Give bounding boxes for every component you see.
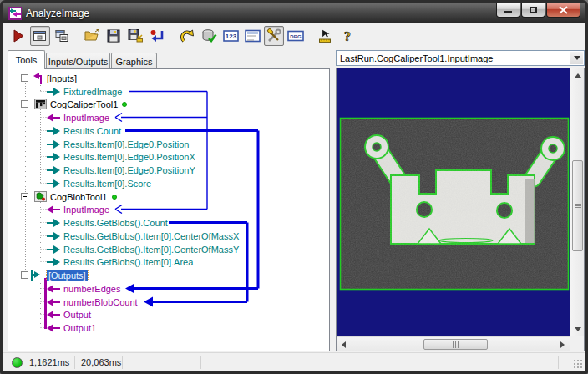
application-window: AnalyzeImage	[0, 0, 588, 374]
status-bar: 1,1621ms 20,063ms	[3, 352, 585, 371]
undo-icon	[180, 28, 195, 43]
tree-item-centerofmassy[interactable]: Results.GetBlobs().Item[0].CenterOfMassY	[8, 243, 327, 255]
chevron-down-icon[interactable]	[570, 52, 583, 64]
tab-graphics[interactable]: Graphics	[111, 53, 157, 69]
tree-item-edge0-positiony[interactable]: Results.Item[0].Edge0.PositionY	[8, 164, 327, 176]
horizontal-scroll-thumb[interactable]	[423, 339, 488, 350]
tools-icon	[266, 28, 281, 43]
undo-button[interactable]	[177, 26, 197, 46]
pointer-measure-icon	[318, 28, 334, 43]
pointer-measure-button[interactable]	[316, 26, 336, 46]
list-view-icon	[245, 28, 261, 43]
open-button[interactable]	[82, 26, 102, 46]
tree-item-output[interactable]: Output	[8, 308, 327, 321]
arrow-right-icon	[560, 341, 568, 348]
tab-inputs-outputs[interactable]: Inputs/Outputs	[46, 53, 110, 69]
numeric-results-button[interactable]: 123	[220, 26, 241, 46]
help-icon: ?	[341, 28, 354, 43]
inputs-port-icon	[30, 73, 43, 84]
list-view-button[interactable]	[242, 26, 262, 46]
vertical-scrollbar[interactable]	[570, 68, 584, 336]
database-check-button[interactable]	[199, 26, 219, 46]
tree-item-inputs-group[interactable]: [Inputs]	[8, 72, 327, 84]
input-port-icon	[47, 114, 60, 122]
tree-item-getblobs-count[interactable]: Results.GetBlobs().Count	[8, 216, 327, 229]
output-port-icon	[47, 166, 60, 174]
scroll-up-button[interactable]	[570, 68, 585, 83]
window-title: AnalyzeImage	[26, 8, 89, 19]
scroll-down-button[interactable]	[570, 322, 585, 336]
numeric-results-icon: 123	[223, 28, 239, 43]
scroll-left-button[interactable]	[337, 337, 351, 351]
tree-item-centerofmassx[interactable]: Results.GetBlobs().Item[0].CenterOfMassX	[8, 230, 327, 242]
show-tool-windows-button[interactable]	[30, 26, 50, 46]
revert-button[interactable]	[147, 26, 167, 46]
tree-item-area[interactable]: Results.GetBlobs().Item[0].Area	[8, 255, 327, 268]
scroll-right-button[interactable]	[555, 337, 570, 351]
tree-item-results-count[interactable]: Results.Count	[8, 124, 327, 137]
toolbar: 123 DBG	[3, 23, 585, 48]
help-button[interactable]: ?	[337, 26, 357, 46]
tree-item-cogblobtool1[interactable]: CogBlobTool1	[8, 190, 327, 203]
output-port-icon	[47, 88, 60, 96]
collapse-icon[interactable]	[21, 193, 28, 200]
output-port-icon	[47, 245, 60, 254]
maximize-icon	[530, 7, 537, 13]
tree-item-edge0-position[interactable]: Results.Item[0].Edge0.Position	[8, 138, 327, 150]
run-icon	[11, 28, 26, 43]
run-status-dot	[122, 102, 127, 107]
maximize-button[interactable]	[521, 3, 545, 18]
output-port-icon	[47, 179, 60, 188]
tree-item-cogcalipertool1[interactable]: CogCaliperTool1	[8, 98, 327, 110]
close-icon	[559, 6, 568, 14]
vertical-scroll-thumb[interactable]	[572, 160, 583, 251]
tree-item-caliper-inputimage[interactable]: InputImage	[8, 111, 327, 124]
save-button[interactable]	[104, 26, 124, 46]
output-port-icon	[47, 219, 60, 227]
debug-icon: DBG	[287, 28, 304, 43]
output-port-icon	[47, 232, 60, 240]
run-result-image	[337, 68, 570, 336]
collapse-icon[interactable]	[21, 74, 28, 82]
output-port-icon	[47, 153, 60, 161]
save-as-icon	[128, 28, 144, 43]
copy-window-icon	[54, 28, 69, 43]
svg-text:DBG: DBG	[290, 33, 302, 38]
resize-grip[interactable]	[573, 359, 583, 369]
tree-item-score[interactable]: Results.Item[0].Score	[8, 177, 327, 190]
close-button[interactable]	[546, 3, 580, 18]
collapse-icon[interactable]	[21, 100, 28, 108]
tree-item-outputs-group[interactable]: [Outputs]	[8, 269, 327, 281]
tree-item-output1[interactable]: Output1	[8, 321, 327, 334]
output-port-icon	[47, 127, 60, 135]
copy-tool-window-button[interactable]	[52, 26, 72, 46]
database-check-icon	[201, 28, 217, 43]
title-bar[interactable]: AnalyzeImage	[3, 3, 585, 23]
image-selector-combo[interactable]: LastRun.CogCaliperTool1.InputImage	[336, 50, 585, 66]
collapse-icon[interactable]	[21, 271, 28, 279]
tree-item-numberblobcount[interactable]: numberBlobCount	[8, 296, 327, 308]
tree-item-fixturedimage[interactable]: FixturedImage	[8, 85, 327, 98]
image-selector-value: LastRun.CogCaliperTool1.InputImage	[340, 53, 493, 63]
outputs-port-icon	[30, 270, 43, 281]
input-port-icon	[47, 298, 60, 306]
output-port-icon	[47, 258, 60, 266]
minimize-button[interactable]	[496, 3, 520, 18]
tab-tools[interactable]: Tools	[8, 50, 45, 69]
svg-text:?: ?	[344, 29, 351, 43]
status-time-b: 20,063ms	[81, 357, 121, 367]
run-button[interactable]	[8, 26, 28, 46]
tree-item-blob-inputimage[interactable]: InputImage	[8, 203, 327, 215]
debug-button[interactable]: DBG	[286, 26, 306, 46]
tool-tree-panel: [Inputs] FixturedImage CogCaliperTool1 I…	[8, 68, 330, 351]
tree-item-edge0-positionx[interactable]: Results.Item[0].Edge0.PositionX	[8, 150, 327, 163]
blob-tool-icon	[34, 190, 47, 203]
run-indicator-dot	[12, 357, 23, 368]
horizontal-scrollbar[interactable]	[337, 336, 570, 351]
save-icon	[106, 28, 121, 43]
tree-item-numberedges[interactable]: numberEdges	[8, 282, 327, 295]
job-tools-button[interactable]	[264, 26, 284, 46]
arrow-left-icon	[338, 341, 346, 348]
open-folder-icon	[84, 28, 100, 43]
save-as-button[interactable]	[125, 26, 145, 46]
